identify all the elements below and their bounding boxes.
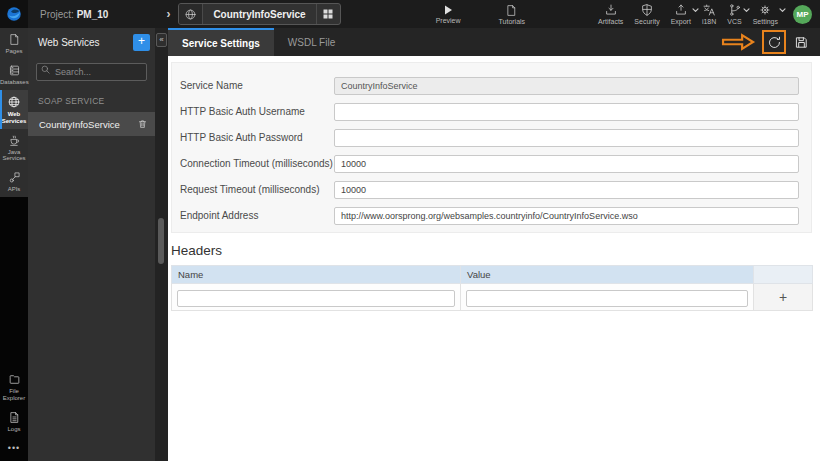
wavemaker-logo[interactable] [0,0,28,28]
sidebar-item-pages[interactable]: Pages [0,28,28,59]
menu-label: VCS [727,18,741,25]
upload-icon [674,3,688,17]
form-row: HTTP Basic Auth Password [180,124,799,150]
panel-collapse-strip: « [155,28,168,461]
chevron-down-icon [743,8,750,13]
rail-spacer [0,197,28,368]
connection-timeout-field[interactable] [334,155,799,173]
menu-item-settings[interactable]: Settings [753,3,778,25]
translate-icon [702,3,716,17]
sidebar-item-web-services[interactable]: Web Services [0,90,28,129]
headers-title: Headers [171,243,820,258]
trash-icon[interactable] [137,118,148,130]
sidebar-item-logs[interactable]: Logs [0,406,28,437]
coffee-icon [8,134,21,147]
headers-table: Name Value + [171,265,813,311]
menu-item-artifacts[interactable]: Artifacts [598,3,623,25]
download-icon [604,3,618,17]
sidebar-item-apis[interactable]: APIs [0,166,28,197]
gear-icon [758,3,772,17]
header-name-input[interactable] [177,290,455,307]
service-settings-content: Service Name HTTP Basic Auth Username HT… [168,56,820,461]
service-name-field [334,77,799,95]
topbar-right-menu: Artifacts Security Export i18N VCS [598,3,820,25]
web-services-panel: Web Services + SOAP SERVICE CountryInfoS… [28,28,155,461]
rail-label: APIs [0,186,28,193]
request-timeout-field[interactable] [334,181,799,199]
annotation-highlight-box [762,30,786,54]
save-service-icon[interactable] [791,32,811,52]
search-input[interactable] [36,63,147,81]
form-row: Request Timeout (milliseconds) [180,176,799,202]
menu-item-security[interactable]: Security [634,3,659,25]
header-value-input[interactable] [466,290,748,307]
grid-icon[interactable] [316,3,340,25]
menu-label: Settings [753,18,778,25]
user-avatar[interactable]: MP [793,5,812,24]
form-row: Endpoint Address [180,202,799,228]
http-basic-auth-username-field[interactable] [334,103,799,121]
menu-item-i18n[interactable]: i18N [702,3,716,25]
soap-service-section-label: SOAP SERVICE [28,88,155,112]
annotation-arrow [720,32,757,52]
left-icon-rail: Pages Databases Web Services Java Servic… [0,28,28,461]
rail-label: Pages [0,48,28,55]
globe-icon [179,3,203,25]
sidebar-item-databases[interactable]: Databases [0,59,28,90]
rail-label: Web Services [0,111,28,125]
tab-wsdl-file[interactable]: WSDL File [274,28,349,56]
http-basic-auth-password-field[interactable] [334,129,799,147]
field-label: HTTP Basic Auth Username [180,106,334,117]
rail-label: Logs [0,426,28,433]
collapse-panel-button[interactable]: « [156,33,167,47]
field-label: Endpoint Address [180,210,334,221]
headers-section: Headers Name Value + [171,243,820,311]
endpoint-address-field[interactable] [334,207,799,225]
panel-title: Web Services [38,37,133,48]
menu-item-export[interactable]: Export [671,3,691,25]
sidebar-item-file-explorer[interactable]: File Explorer [0,368,28,406]
field-label: Request Timeout (milliseconds) [180,184,334,195]
reload-service-icon[interactable] [767,35,782,50]
add-service-button[interactable]: + [133,34,150,51]
service-settings-form: Service Name HTTP Basic Auth Username HT… [171,62,812,233]
menu-label: i18N [702,18,716,25]
chevron-down-icon [779,8,786,13]
tutorials-button[interactable]: Tutorials [499,4,526,25]
column-header-actions [754,266,813,284]
preview-button[interactable]: Preview [436,4,461,24]
play-icon [442,4,454,16]
service-chip[interactable]: CountryInfoService [178,3,340,25]
service-chip-title: CountryInfoService [203,9,315,20]
column-header-name: Name [172,266,461,284]
tutorials-label: Tutorials [499,18,526,25]
field-label: HTTP Basic Auth Password [180,132,334,143]
project-label: Project: [40,9,74,20]
field-label: Connection Timeout (milliseconds) [180,158,334,169]
brand-bird-icon [5,5,23,23]
field-label: Service Name [180,80,334,91]
search-icon [40,64,51,75]
rail-label: File Explorer [0,388,28,402]
service-list-item[interactable]: CountryInfoService [28,112,155,136]
menu-item-vcs[interactable]: VCS [727,3,741,25]
chevron-down-icon [692,8,699,13]
service-name: CountryInfoService [39,119,137,130]
form-row: Service Name [180,72,799,98]
add-header-button[interactable]: + [754,284,813,311]
tab-service-settings[interactable]: Service Settings [168,28,274,56]
shield-icon [640,3,654,17]
form-row: HTTP Basic Auth Username [180,98,799,124]
scrollbar-thumb[interactable] [158,218,164,264]
menu-label: Security [634,18,659,25]
branch-icon [728,3,742,17]
sidebar-item-java-services[interactable]: Java Services [0,129,28,167]
folder-icon [8,373,21,386]
globe-icon [7,95,21,109]
app-window: Project: PM_10 › CountryInfoService Prev… [0,0,820,461]
log-icon [8,411,21,424]
more-options-icon[interactable]: ••• [0,437,28,459]
menu-label: Artifacts [598,18,623,25]
breadcrumb-chevron-icon: › [166,7,170,21]
project-name: PM_10 [77,9,109,20]
